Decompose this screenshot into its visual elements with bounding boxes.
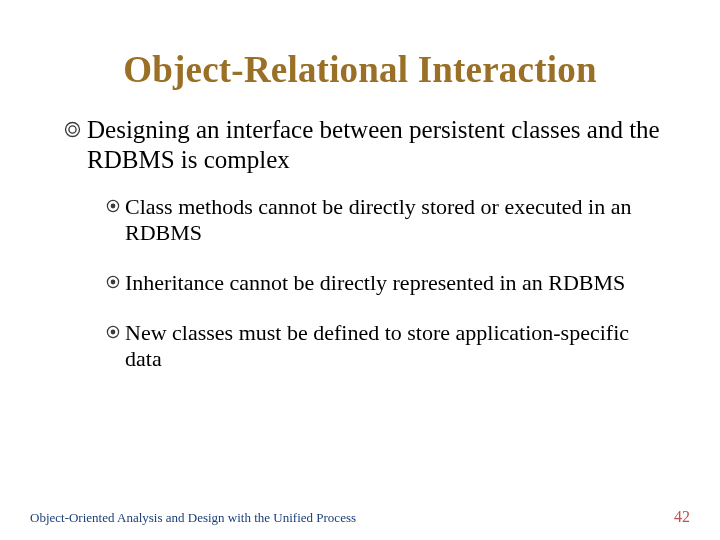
dot-circle-bullet-icon [106,199,120,217]
svg-point-5 [111,280,116,285]
sub-bullet-text: Inheritance cannot be directly represent… [125,270,625,296]
slide-footer: Object-Oriented Analysis and Design with… [30,508,690,526]
sub-bullet-item: New classes must be defined to store app… [106,320,660,372]
sub-bullet-text: New classes must be defined to store app… [125,320,660,372]
dot-circle-bullet-icon [106,275,120,293]
svg-point-7 [111,329,116,334]
svg-point-3 [111,204,116,209]
dot-circle-bullet-icon [106,325,120,343]
sub-bullet-text: Class methods cannot be directly stored … [125,194,660,246]
slide-title: Object-Relational Interaction [60,48,660,91]
sub-bullet-item: Class methods cannot be directly stored … [106,194,660,246]
sub-bullet-item: Inheritance cannot be directly represent… [106,270,660,296]
slide: Object-Relational Interaction Designing … [0,0,720,540]
svg-point-0 [66,123,80,137]
footer-text: Object-Oriented Analysis and Design with… [30,510,356,526]
svg-point-1 [69,126,76,133]
page-number: 42 [674,508,690,526]
bullet-item: Designing an interface between persisten… [60,115,660,174]
double-circle-bullet-icon [64,121,81,142]
sub-bullet-list: Class methods cannot be directly stored … [60,194,660,372]
bullet-text: Designing an interface between persisten… [87,115,660,174]
